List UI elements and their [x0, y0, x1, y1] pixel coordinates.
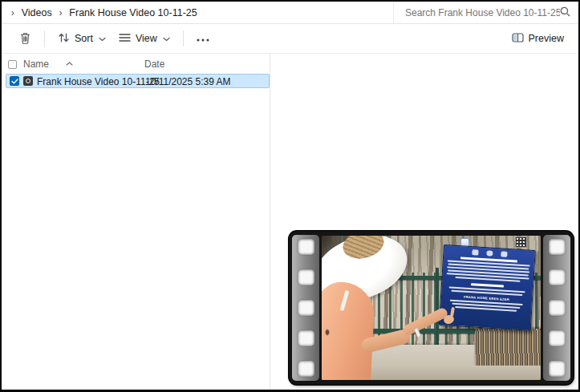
list-header: Name Date [2, 56, 270, 73]
breadcrumb-item-videos[interactable]: Videos [22, 7, 52, 18]
preview-toggle-button[interactable]: Preview [505, 29, 570, 49]
file-explorer-window: › Videos › Frank House Video 10-11-25 So… [0, 0, 580, 392]
sprocket-hole [298, 239, 314, 255]
content-area: Name Date Frank House Video 10-11-25 10/… [2, 54, 578, 390]
delete-button[interactable] [13, 27, 38, 51]
sprocket-hole [549, 239, 566, 255]
sprocket-hole [298, 361, 314, 377]
table-row[interactable]: Frank House Video 10-11-25 10/11/2025 5:… [6, 74, 270, 88]
sign-logo [472, 249, 478, 255]
sprocket-hole [549, 330, 566, 346]
chevron-down-icon [163, 33, 170, 44]
search-box[interactable] [393, 2, 578, 23]
sort-button[interactable]: Sort [51, 28, 112, 50]
column-header-name[interactable]: Name [23, 59, 49, 70]
row-checkbox-checked[interactable] [10, 76, 19, 86]
column-header-date[interactable]: Date [144, 59, 164, 70]
command-toolbar: Sort View Preview [2, 24, 578, 54]
qr-code [515, 236, 527, 248]
view-list-icon [119, 33, 131, 45]
file-date: 10/11/2025 5:39 AM [145, 76, 231, 87]
filmstrip-right-sprockets [543, 235, 570, 381]
breadcrumb-item-frank-house-video[interactable]: Frank House Video 10-11-25 [69, 7, 197, 18]
sprocket-hole [549, 300, 566, 316]
sprocket-hole [298, 300, 314, 316]
preview-pane-icon [512, 33, 524, 45]
sign-logo [486, 250, 493, 256]
chevron-right-icon[interactable]: › [59, 7, 63, 18]
sort-label: Sort [75, 33, 93, 44]
sort-arrows-icon [58, 32, 70, 46]
file-name[interactable]: Frank House Video 10-11-25 [37, 76, 160, 87]
preview-label: Preview [529, 33, 564, 44]
sign-arabic-heading [471, 283, 504, 287]
search-icon[interactable] [560, 6, 570, 20]
sprocket-hole [298, 330, 314, 346]
toolbar-divider [183, 30, 184, 46]
video-file-icon [23, 76, 33, 86]
preview-pane: FRANK HOME EBEN EZER [270, 54, 578, 390]
sign-logo [501, 251, 507, 257]
fence-post [436, 268, 439, 348]
breadcrumb: › Videos › Frank House Video 10-11-25 [2, 7, 197, 18]
chevron-down-icon [99, 33, 106, 44]
sprocket-hole [549, 361, 566, 377]
view-button[interactable]: View [112, 29, 176, 49]
filmstrip-left-sprockets [292, 235, 319, 381]
file-list-pane: Name Date Frank House Video 10-11-25 10/… [2, 54, 270, 390]
trash-icon [19, 31, 31, 46]
sprocket-hole [298, 269, 314, 285]
chevron-right-icon[interactable]: › [11, 7, 14, 18]
sprocket-hole [549, 269, 566, 285]
more-options-button[interactable] [190, 29, 216, 48]
select-all-checkbox[interactable] [8, 60, 17, 69]
ellipsis-icon [197, 33, 209, 44]
reed-fence [475, 329, 541, 366]
person-torso [322, 281, 375, 380]
video-frame-photo: FRANK HOME EBEN EZER [322, 236, 541, 380]
shoulder-tattoo [325, 329, 330, 336]
video-thumbnail-filmstrip[interactable]: FRANK HOME EBEN EZER [289, 231, 574, 385]
address-bar: › Videos › Frank House Video 10-11-25 [2, 2, 578, 24]
search-input[interactable] [405, 7, 560, 18]
toolbar-divider [44, 30, 45, 46]
view-label: View [136, 33, 157, 44]
